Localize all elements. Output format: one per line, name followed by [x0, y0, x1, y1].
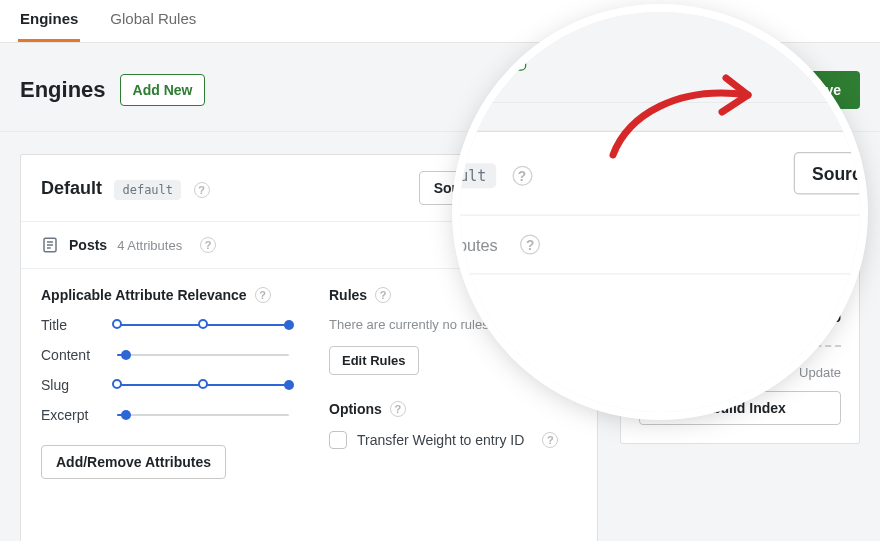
tab-engines[interactable]: Engines — [18, 0, 80, 42]
help-icon[interactable]: ? — [194, 182, 210, 198]
help-icon[interactable]: ? — [255, 287, 271, 303]
attr-label: Content — [41, 347, 103, 363]
attributes-heading: Applicable Attribute Relevance ? — [41, 287, 289, 303]
weight-slider[interactable] — [117, 378, 289, 392]
attr-label: Slug — [41, 377, 103, 393]
weight-slider[interactable] — [117, 348, 289, 362]
attr-row-excerpt: Excerpt — [41, 407, 289, 423]
weight-slider[interactable] — [117, 408, 289, 422]
attr-label: Title — [41, 317, 103, 333]
tab-global-rules[interactable]: Global Rules — [108, 0, 198, 42]
attr-row-slug: Slug — [41, 377, 289, 393]
help-icon[interactable]: ? — [375, 287, 391, 303]
source-label: Posts — [69, 237, 107, 253]
add-new-button[interactable]: Add New — [120, 74, 206, 106]
attr-label: Excerpt — [41, 407, 103, 423]
page-title: Engines — [20, 77, 106, 103]
source-attr-count: 4 Attributes — [117, 238, 182, 253]
checkbox-icon[interactable] — [329, 431, 347, 449]
options-heading: Options ? — [329, 401, 577, 417]
annotation-arrow — [598, 60, 778, 170]
option-transfer-weight[interactable]: Transfer Weight to entry ID ? — [329, 431, 577, 449]
add-remove-attributes-button[interactable]: Add/Remove Attributes — [41, 445, 226, 479]
post-icon — [41, 236, 59, 254]
weight-slider[interactable] — [117, 318, 289, 332]
edit-rules-button[interactable]: Edit Rules — [329, 346, 419, 375]
help-icon[interactable]: ? — [542, 432, 558, 448]
engine-name: Default — [41, 178, 102, 198]
help-icon[interactable]: ? — [200, 237, 216, 253]
option-label: Transfer Weight to entry ID — [357, 432, 524, 448]
engine-slug: default — [114, 180, 181, 200]
attr-row-content: Content — [41, 347, 289, 363]
update-link[interactable]: Update — [799, 365, 841, 380]
attr-row-title: Title — [41, 317, 289, 333]
help-icon[interactable]: ? — [390, 401, 406, 417]
